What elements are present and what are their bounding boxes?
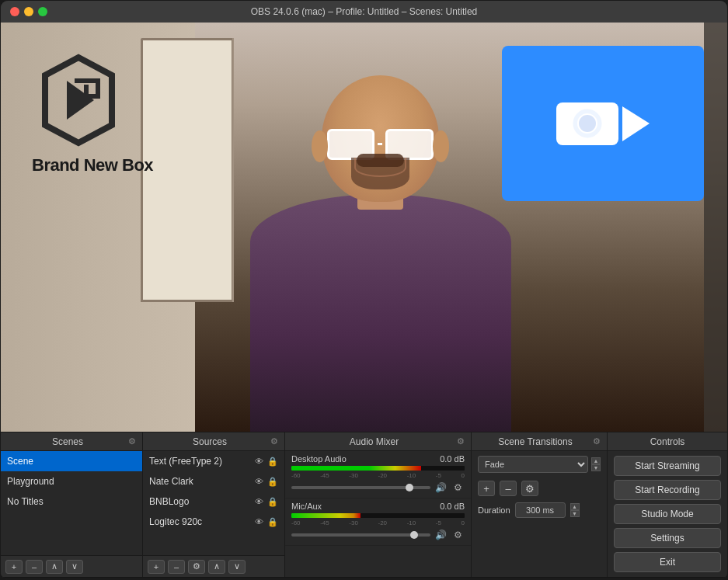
- desktop-settings-button[interactable]: ⚙: [451, 481, 465, 495]
- scene-item-scene[interactable]: Scene: [1, 451, 142, 471]
- mic-meter-track: [291, 513, 465, 518]
- source-item-nateclark[interactable]: Nate Clark 👁 🔒: [143, 471, 284, 491]
- audio-panel: Audio Mixer ⚙ Desktop Audio 0.0 dB -60-4…: [285, 432, 472, 577]
- mic-audio-db: 0.0 dB: [440, 502, 465, 511]
- source-lock-icon-3[interactable]: 🔒: [267, 496, 278, 507]
- transition-settings-button[interactable]: ⚙: [521, 481, 538, 496]
- sources-down-button[interactable]: ∨: [228, 560, 246, 574]
- audio-panel-header: Audio Mixer ⚙: [285, 432, 471, 451]
- sources-add-button[interactable]: +: [148, 560, 165, 574]
- start-recording-button[interactable]: Start Recording: [614, 480, 721, 500]
- source-eye-icon-3[interactable]: 👁: [253, 496, 264, 507]
- audio-panel-title: Audio Mixer: [291, 436, 457, 447]
- scene-item-notitles[interactable]: No Titles: [1, 491, 142, 512]
- audio-panel-icon[interactable]: ⚙: [457, 436, 465, 446]
- maximize-button[interactable]: [38, 7, 47, 16]
- audio-channel-mic-header: Mic/Aux 0.0 dB: [291, 502, 465, 511]
- duration-row: Duration ▲ ▼: [472, 499, 607, 521]
- desktop-controls: 🔊 ⚙: [291, 481, 465, 495]
- window-title: OBS 24.0.6 (mac) – Profile: Untitled – S…: [251, 6, 477, 17]
- source-icons-bnblogo: 👁 🔒: [253, 496, 278, 507]
- transitions-panel: Scene Transitions ⚙ Fade Cut Swipe Slide…: [472, 432, 608, 577]
- preview-area: Brand New Box: [1, 23, 727, 432]
- mic-mute-button[interactable]: 🔊: [434, 528, 448, 542]
- transition-select-row: Fade Cut Swipe Slide ▲ ▼: [472, 451, 607, 478]
- exit-button[interactable]: Exit: [614, 552, 721, 572]
- scenes-add-button[interactable]: +: [5, 560, 23, 574]
- mic-audio-name: Mic/Aux: [291, 502, 322, 511]
- source-eye-icon-2[interactable]: 👁: [253, 476, 264, 487]
- source-icons-nateclark: 👁 🔒: [253, 476, 278, 487]
- brand-logo: Brand New Box: [32, 54, 153, 175]
- source-lock-icon-4[interactable]: 🔒: [267, 516, 278, 527]
- sources-panel-icon[interactable]: ⚙: [270, 436, 278, 446]
- desktop-volume-thumb: [406, 484, 413, 491]
- scenes-panel-icon[interactable]: ⚙: [128, 436, 136, 446]
- controls-buttons: Start Streaming Start Recording Studio M…: [608, 451, 727, 577]
- glass-bridge: [378, 143, 382, 145]
- studio-mode-button[interactable]: Studio Mode: [614, 504, 721, 524]
- desktop-meter-fill: [291, 466, 421, 471]
- sources-panel-title: Sources: [149, 436, 270, 447]
- mic-controls: 🔊 ⚙: [291, 528, 465, 542]
- source-eye-icon[interactable]: 👁: [253, 456, 264, 467]
- desktop-audio-name: Desktop Audio: [291, 454, 347, 464]
- controls-panel-header: Controls: [608, 432, 727, 451]
- source-item-freetype[interactable]: Text (FreeType 2) 👁 🔒: [143, 451, 284, 471]
- source-icons-logitec: 👁 🔒: [253, 516, 278, 527]
- scenes-toolbar: + – ∧ ∨: [1, 555, 142, 577]
- duration-input[interactable]: [515, 502, 566, 518]
- transitions-panel-icon[interactable]: ⚙: [593, 436, 601, 446]
- scenes-remove-button[interactable]: –: [26, 560, 43, 574]
- smile: [354, 158, 406, 176]
- transition-select[interactable]: Fade Cut Swipe Slide: [478, 456, 588, 473]
- desktop-volume-slider[interactable]: [291, 486, 430, 489]
- source-lock-icon[interactable]: 🔒: [267, 456, 278, 467]
- titlebar: OBS 24.0.6 (mac) – Profile: Untitled – S…: [1, 1, 727, 23]
- right-edge: [704, 23, 727, 432]
- close-button[interactable]: [10, 7, 19, 16]
- brand-name: Brand New Box: [32, 155, 153, 175]
- scenes-down-button[interactable]: ∨: [66, 560, 83, 574]
- sources-settings-button[interactable]: ⚙: [188, 560, 205, 574]
- controls-panel-title: Controls: [614, 436, 721, 447]
- audio-channel-desktop: Desktop Audio 0.0 dB -60-45-30-20-10-50 …: [285, 451, 471, 498]
- transition-add-button[interactable]: +: [478, 481, 495, 496]
- mic-settings-button[interactable]: ⚙: [451, 528, 465, 542]
- duration-down-arrow[interactable]: ▼: [570, 510, 580, 517]
- ear-right: [433, 130, 449, 162]
- desktop-mute-button[interactable]: 🔊: [434, 481, 448, 495]
- duration-up-arrow[interactable]: ▲: [570, 503, 580, 510]
- sources-list: Text (FreeType 2) 👁 🔒 Nate Clark 👁 🔒: [143, 451, 284, 555]
- transition-up-arrow[interactable]: ▲: [591, 457, 601, 464]
- minimize-button[interactable]: [24, 7, 33, 16]
- transition-btns-row: + – ⚙: [472, 478, 607, 499]
- transition-remove-button[interactable]: –: [500, 481, 517, 496]
- svg-point-3: [578, 114, 597, 133]
- mic-meter-fill: [291, 513, 361, 518]
- zoom-overlay: [502, 46, 704, 201]
- traffic-lights: [10, 7, 47, 16]
- source-lock-icon-2[interactable]: 🔒: [267, 476, 278, 487]
- ear-left: [312, 130, 328, 162]
- scenes-up-button[interactable]: ∧: [46, 560, 63, 574]
- settings-button[interactable]: Settings: [614, 528, 721, 548]
- sources-remove-button[interactable]: –: [168, 560, 185, 574]
- mic-meter-labels: -60-45-30-20-10-50: [291, 519, 465, 526]
- source-item-bnblogo[interactable]: BNBLogo 👁 🔒: [143, 491, 284, 512]
- zoom-icon-svg: [552, 95, 653, 153]
- sources-toolbar: + – ⚙ ∧ ∨: [143, 555, 284, 577]
- mic-volume-thumb: [410, 531, 418, 539]
- panels-row: Scenes ⚙ Scene Playground No Titles +: [1, 432, 727, 578]
- transition-arrows: ▲ ▼: [591, 457, 601, 471]
- transitions-panel-title: Scene Transitions: [478, 436, 593, 447]
- start-streaming-button[interactable]: Start Streaming: [614, 456, 721, 476]
- source-item-logitec[interactable]: Logitec 920c 👁 🔒: [143, 512, 284, 532]
- source-eye-icon-4[interactable]: 👁: [253, 516, 264, 527]
- scene-item-playground[interactable]: Playground: [1, 471, 142, 491]
- mic-volume-slider[interactable]: [291, 533, 430, 537]
- transition-down-arrow[interactable]: ▼: [591, 464, 601, 471]
- app-window: OBS 24.0.6 (mac) – Profile: Untitled – S…: [0, 0, 728, 580]
- sources-up-button[interactable]: ∧: [208, 560, 225, 574]
- source-icons-freetype: 👁 🔒: [253, 456, 278, 467]
